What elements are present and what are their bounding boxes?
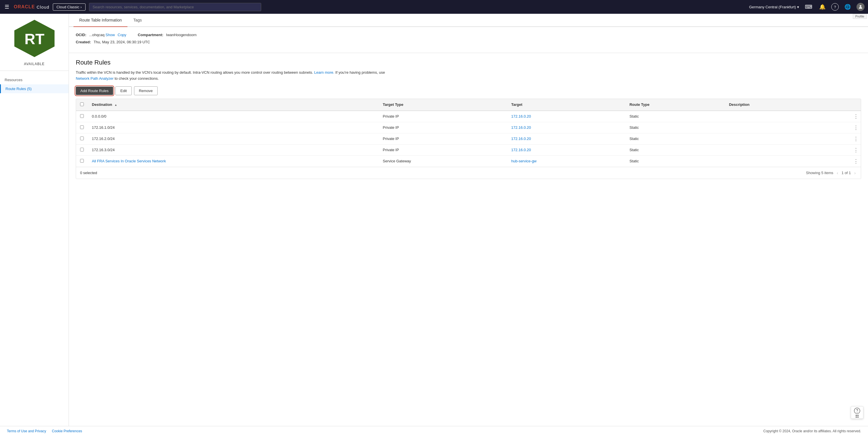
route-rules-title: Route Rules [76,59,861,66]
cell-destination: 172.16.2.0/24 [88,133,379,144]
help-circle-icon[interactable]: ? [831,3,839,11]
cell-description [725,156,826,167]
top-nav: ☰ ORACLE Cloud Cloud Classic › Germany C… [0,0,868,14]
cell-target: 172.16.0.20 [507,144,625,156]
table-row: All FRA Services In Oracle Services Netw… [76,156,861,167]
chevron-down-icon: ▾ [797,5,799,9]
chevron-right-icon: › [81,5,82,9]
footer-links: Terms of Use and Privacy Cookie Preferen… [7,429,82,433]
header-target: Target [507,99,625,111]
page-info: 1 of 1 [842,171,851,175]
target-link[interactable]: hub-service-gw [511,159,536,163]
network-path-analyzer-link[interactable]: Network Path Analyzer [76,76,114,80]
target-link[interactable]: 172.16.0.20 [511,114,531,119]
nav-right: Germany Central (Frankfurt) ▾ ⌨ 🔔 ? 🌐 [749,3,865,11]
cell-description [725,122,826,133]
row-checkbox[interactable] [80,114,84,118]
row-actions-menu[interactable]: ⋮ [826,133,861,144]
edit-button[interactable]: Edit [115,86,131,95]
toolbar: Add Route Rules Edit Remove [76,86,861,95]
header-destination: Destination ▲ [88,99,379,111]
svg-text:RT: RT [24,31,44,47]
ocid-show-link[interactable]: Show [105,33,115,37]
compartment-value: IwanHoogendoorn [166,33,197,37]
created-value: Thu, May 23, 2024, 06:30:19 UTC [94,40,150,44]
tab-route-table-information[interactable]: Route Table Information [73,14,127,27]
page-footer: Terms of Use and Privacy Cookie Preferen… [0,426,868,436]
terminal-icon[interactable]: ⌨ [804,3,813,11]
search-input[interactable] [89,3,261,11]
destination-link[interactable]: All FRA Services In Oracle Services Netw… [92,159,166,163]
hamburger-icon[interactable]: ☰ [3,3,10,11]
cell-route-type: Static [625,133,725,144]
globe-icon[interactable]: 🌐 [843,3,852,11]
pagination-prev[interactable]: ‹ [836,170,839,176]
oracle-logo: ORACLE Cloud [14,4,50,9]
info-row-ocid: OCID: ...ohqcaq Show Copy Compartment: I… [76,33,861,37]
cell-route-type: Static [625,156,725,167]
selected-count: 0 selected [80,171,97,175]
target-link[interactable]: 172.16.0.20 [511,137,531,141]
target-link[interactable]: 172.16.0.20 [511,148,531,152]
terms-link[interactable]: Terms of Use and Privacy [7,429,46,433]
cell-target: 172.16.0.20 [507,133,625,144]
row-checkbox[interactable] [80,148,84,152]
region-label: Germany Central (Frankfurt) [749,5,796,9]
copyright: Copyright © 2024, Oracle and/or its affi… [763,429,861,433]
region-selector[interactable]: Germany Central (Frankfurt) ▾ [749,5,799,9]
tab-bar: Route Table Information Tags [69,14,868,27]
row-checkbox[interactable] [80,159,84,163]
row-actions-menu[interactable]: ⋮ [826,122,861,133]
cookie-link[interactable]: Cookie Preferences [52,429,82,433]
cloud-classic-label: Cloud Classic [57,5,79,9]
info-section: OCID: ...ohqcaq Show Copy Compartment: I… [69,27,868,53]
pagination-next[interactable]: › [853,170,857,176]
add-route-rules-button[interactable]: Add Route Rules [76,87,113,95]
help-widget[interactable] [851,406,863,419]
cloud-classic-button[interactable]: Cloud Classic › [53,3,86,11]
ocid-copy-link[interactable]: Copy [118,33,126,37]
tab-tags[interactable]: Tags [127,14,148,27]
row-actions-menu[interactable]: ⋮ [826,156,861,167]
cell-target-type: Private IP [379,122,507,133]
row-checkbox[interactable] [80,137,84,140]
ocid-label: OCID: [76,33,86,37]
table-row: 0.0.0.0/0Private IP172.16.0.20Static⋮ [76,111,861,122]
cell-target-type: Service Gateway [379,156,507,167]
cell-route-type: Static [625,111,725,122]
cell-destination: 172.16.3.0/24 [88,144,379,156]
rt-icon: RT [11,19,57,59]
route-rules-section: Route Rules Traffic within the VCN is ha… [69,53,868,185]
route-rules-table: Destination ▲ Target Type Target Route T… [76,99,861,179]
pagination: Showing 5 items ‹ 1 of 1 › [806,170,857,176]
main-content: Route Table Information Tags OCID: ...oh… [69,14,868,436]
target-link[interactable]: 172.16.0.20 [511,125,531,130]
row-actions-menu[interactable]: ⋮ [826,144,861,156]
table-row: 172.16.2.0/24Private IP172.16.0.20Static… [76,133,861,144]
remove-button[interactable]: Remove [134,86,158,95]
status-badge: AVAILABLE [24,62,45,66]
select-all-checkbox[interactable] [80,102,84,106]
route-rules-description: Traffic within the VCN is handled by the… [76,70,392,82]
description-text-2: If you're having problems, use [335,70,385,75]
sidebar-item-route-rules[interactable]: Route Rules (5) [0,84,69,93]
learn-more-link[interactable]: Learn more. [314,70,334,75]
header-description: Description [725,99,826,111]
header-target-type: Target Type [379,99,507,111]
table-row: 172.16.3.0/24Private IP172.16.0.20Static… [76,144,861,156]
header-checkbox-col [76,99,88,111]
row-checkbox[interactable] [80,125,84,129]
description-text-1: Traffic within the VCN is handled by the… [76,70,313,75]
cell-target-type: Private IP [379,111,507,122]
sidebar: RT AVAILABLE Resources Route Rules (5) [0,14,69,436]
cell-route-type: Static [625,122,725,133]
row-actions-menu[interactable]: ⋮ [826,111,861,122]
cell-target: hub-service-gw [507,156,625,167]
cell-description [725,144,826,156]
avatar[interactable] [857,3,865,11]
bell-icon[interactable]: 🔔 [818,3,827,11]
header-route-type: Route Type [625,99,725,111]
created-field: Created: Thu, May 23, 2024, 06:30:19 UTC [76,40,150,44]
cell-destination: 0.0.0.0/0 [88,111,379,122]
cell-description [725,111,826,122]
